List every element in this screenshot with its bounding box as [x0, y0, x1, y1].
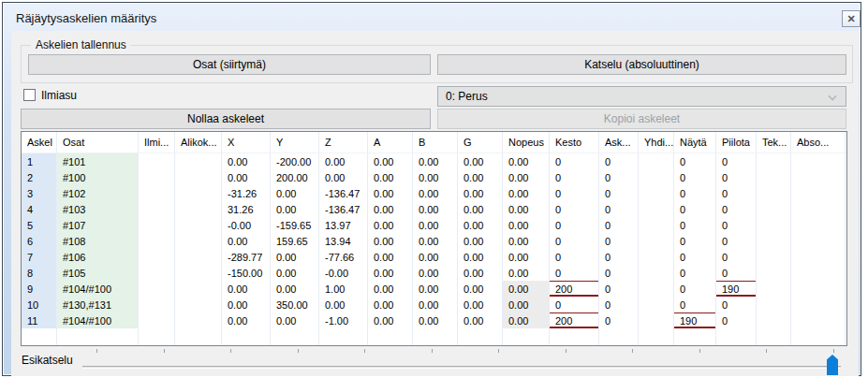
table-cell[interactable]: #101	[57, 153, 139, 169]
table-cell[interactable]: 0.00	[413, 265, 458, 281]
table-cell[interactable]: 31.26	[222, 201, 271, 217]
table-cell[interactable]: 0.00	[413, 217, 458, 233]
table-cell[interactable]: 0	[674, 249, 716, 265]
table-cell[interactable]: #103	[57, 201, 139, 217]
table-cell[interactable]: 0.00	[503, 281, 550, 297]
table-cell[interactable]: 0.00	[503, 265, 550, 281]
column-header[interactable]: Kesto	[550, 132, 599, 153]
table-cell[interactable]	[791, 281, 846, 297]
table-cell[interactable]	[139, 153, 175, 169]
table-cell[interactable]: 0	[550, 217, 599, 233]
table-cell[interactable]: 0.00	[503, 297, 550, 313]
table-cell[interactable]: 0	[599, 249, 639, 265]
column-header[interactable]: Ilmi...	[139, 132, 175, 153]
table-cell[interactable]: 9	[22, 281, 57, 297]
table-cell[interactable]: 0.00	[503, 201, 550, 217]
table-cell[interactable]	[791, 153, 846, 169]
table-cell[interactable]	[639, 249, 674, 265]
table-cell[interactable]: 0.00	[271, 249, 319, 265]
table-cell[interactable]: 0.00	[413, 185, 458, 201]
table-cell[interactable]	[139, 249, 175, 265]
table-cell[interactable]: 11	[22, 313, 57, 328]
table-cell[interactable]: 0	[599, 169, 639, 185]
table-row[interactable]: 5#107-0.00-159.6513.970.000.000.000.0000…	[22, 217, 846, 233]
table-cell[interactable]: 190	[716, 281, 757, 297]
table-cell[interactable]: 0	[716, 249, 757, 265]
table-cell[interactable]	[757, 281, 791, 297]
table-cell[interactable]: 0.00	[319, 297, 368, 313]
table-cell[interactable]: 7	[22, 249, 57, 265]
table-cell[interactable]	[757, 233, 791, 249]
table-cell[interactable]: #107	[57, 217, 139, 233]
table-cell[interactable]: 5	[22, 217, 57, 233]
column-header[interactable]: Abso...	[791, 132, 846, 153]
table-cell[interactable]	[757, 297, 791, 313]
table-cell[interactable]: 0	[550, 297, 599, 313]
steps-table[interactable]: AskelOsatIlmi...Alikok...XYZABGNopeusKes…	[21, 131, 847, 346]
table-cell[interactable]: 0.00	[271, 313, 319, 328]
table-cell[interactable]: #106	[57, 249, 139, 265]
table-cell[interactable]: 0.00	[271, 281, 319, 297]
table-cell[interactable]	[139, 297, 175, 313]
table-cell[interactable]	[639, 201, 674, 217]
table-cell[interactable]: 0	[599, 217, 639, 233]
table-cell[interactable]: 0	[599, 297, 639, 313]
table-cell[interactable]: 0.00	[319, 153, 368, 169]
table-cell[interactable]	[639, 153, 674, 169]
table-cell[interactable]	[757, 249, 791, 265]
table-cell[interactable]: 0.00	[319, 169, 368, 185]
table-cell[interactable]: #102	[57, 185, 139, 201]
column-header[interactable]: Askel	[22, 132, 57, 153]
column-header[interactable]: B	[413, 132, 458, 153]
table-cell[interactable]: 200	[550, 313, 599, 328]
table-cell[interactable]: 2	[22, 169, 57, 185]
table-cell[interactable]: 0	[674, 217, 716, 233]
table-cell[interactable]: 4	[22, 201, 57, 217]
table-cell[interactable]: 8	[22, 265, 57, 281]
table-cell[interactable]	[639, 169, 674, 185]
table-cell[interactable]: 0.00	[458, 313, 503, 328]
table-cell[interactable]	[791, 297, 846, 313]
table-cell[interactable]: 0.00	[368, 201, 413, 217]
view-combobox[interactable]: 0: Perus	[437, 86, 846, 107]
table-cell[interactable]	[791, 169, 846, 185]
table-cell[interactable]	[757, 313, 791, 328]
table-cell[interactable]: 0	[716, 313, 757, 328]
table-row[interactable]: 6#1080.00159.6513.940.000.000.000.000000	[22, 233, 846, 249]
table-cell[interactable]: 0.00	[458, 201, 503, 217]
table-cell[interactable]	[175, 265, 222, 281]
table-cell[interactable]: 0	[674, 153, 716, 169]
ilmiasu-checkbox[interactable]	[23, 89, 36, 101]
table-cell[interactable]: 0	[599, 281, 639, 297]
table-cell[interactable]: 0.00	[503, 217, 550, 233]
table-cell[interactable]	[791, 265, 846, 281]
table-cell[interactable]: 0.00	[222, 313, 271, 328]
table-cell[interactable]: -0.00	[319, 265, 368, 281]
table-cell[interactable]	[757, 185, 791, 201]
table-cell[interactable]: 0.00	[222, 233, 271, 249]
table-cell[interactable]: 13.97	[319, 217, 368, 233]
table-cell[interactable]	[175, 249, 222, 265]
table-cell[interactable]: 0.00	[458, 297, 503, 313]
table-cell[interactable]: 200	[550, 281, 599, 297]
table-cell[interactable]: 0	[599, 265, 639, 281]
table-cell[interactable]: -136.47	[319, 185, 368, 201]
table-row[interactable]: 11#104/#1000.000.00-1.000.000.000.000.00…	[22, 313, 846, 328]
table-cell[interactable]: 0	[599, 153, 639, 169]
table-cell[interactable]	[639, 233, 674, 249]
table-cell[interactable]	[791, 185, 846, 201]
table-cell[interactable]: -289.77	[222, 249, 271, 265]
table-cell[interactable]: 0.00	[503, 233, 550, 249]
table-cell[interactable]: 0	[599, 313, 639, 328]
table-cell[interactable]	[139, 201, 175, 217]
table-cell[interactable]: 0	[716, 201, 757, 217]
table-cell[interactable]: 0	[716, 153, 757, 169]
table-cell[interactable]: 190	[674, 313, 716, 328]
table-cell[interactable]	[757, 169, 791, 185]
table-cell[interactable]	[639, 281, 674, 297]
table-cell[interactable]: 0	[716, 217, 757, 233]
table-cell[interactable]: 3	[22, 185, 57, 201]
table-cell[interactable]: 10	[22, 297, 57, 313]
table-cell[interactable]: 0.00	[368, 265, 413, 281]
table-cell[interactable]: 0.00	[413, 297, 458, 313]
